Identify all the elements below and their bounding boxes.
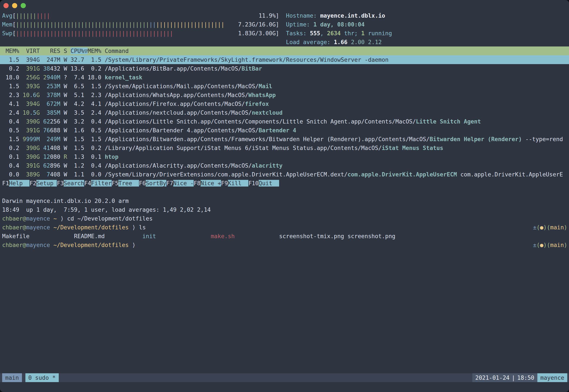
- process-row[interactable]: 0.5 391G 76688 W 1.6 0.5 /Applications/B…: [0, 126, 569, 135]
- fkey-label-f4[interactable]: Filter: [91, 180, 112, 186]
- git-status-indicator: ±(●)(main): [533, 240, 567, 249]
- process-row[interactable]: 0.2 391G 38432 W 13.6 0.2 /Applications/…: [0, 64, 569, 73]
- close-button[interactable]: [3, 3, 9, 8]
- fkey-label-f10[interactable]: Quit: [259, 180, 279, 186]
- sort-column-cpu[interactable]: CPU%▽: [71, 48, 88, 54]
- process-row[interactable]: 2.4 10.5G 385M W 3.5 2.4 /Applications/n…: [0, 108, 569, 117]
- fkey-f9[interactable]: F9: [221, 180, 228, 186]
- process-row[interactable]: 2.3 10.6G 378M W 5.1 2.3 /Applications/W…: [0, 91, 569, 99]
- tmux-status-bar: main 0 sudo * 2021-01-24|18:50 mayence: [0, 373, 569, 382]
- terminal-window: Avg[|||||||||| 11.9%] Hostname: mayence.…: [0, 0, 569, 392]
- fkey-label-f1[interactable]: Help: [9, 180, 29, 186]
- fkey-label-f5[interactable]: Tree: [118, 180, 139, 186]
- meter-bars-green: ||||||: [16, 12, 36, 19]
- ls-item: Makefile: [2, 233, 29, 239]
- process-row[interactable]: 4.1 394G 672M W 4.2 4.1 /Applications/Fi…: [0, 99, 569, 108]
- process-row[interactable]: 0.0 389G 7408 W 1.1 0.0 /System/Library/…: [0, 170, 569, 179]
- prompt-line-cd: chbaer@mayence ~ ⟩ cd ~/Development/dotf…: [0, 214, 569, 223]
- fkey-label-f9[interactable]: Kill: [228, 180, 248, 186]
- fkey-f1[interactable]: F1: [2, 180, 9, 186]
- tmux-host-badge: mayence: [537, 373, 567, 382]
- tmux-time: 18:50: [517, 374, 534, 381]
- tmux-date: 2021-01-24: [475, 374, 510, 381]
- tmux-separator: |: [512, 374, 515, 381]
- function-key-bar: F1Help F2Setup F3SearchF4FilterF5Tree F6…: [0, 179, 569, 188]
- process-row[interactable]: 1.5 9999M 249M W 1.5 1.5 /Applications/B…: [0, 135, 569, 143]
- fkey-label-f6[interactable]: SortBy: [146, 180, 166, 186]
- process-row[interactable]: 18.0 256G 2940M ? 7.4 18.0 kernel_task: [0, 73, 569, 82]
- process-row[interactable]: 1.5 393G 253M W 6.5 1.5 /System/Applicat…: [0, 82, 569, 91]
- ls-item: make.sh: [211, 233, 235, 239]
- fkey-label-f3[interactable]: Search: [64, 180, 84, 186]
- process-row[interactable]: 0.4 391G 62896 W 1.2 0.4 /Applications/A…: [0, 161, 569, 170]
- fkey-f7[interactable]: F7: [166, 180, 173, 186]
- fkey-f6[interactable]: F6: [139, 180, 146, 186]
- mem-meter: Mem[||||||||||||||||||||||||||||||||||||…: [0, 20, 569, 29]
- tmux-window-badge[interactable]: 0 sudo *: [25, 373, 59, 382]
- uptime-output: 18:49 up 1 day, 7:59, 1 user, load avera…: [0, 205, 569, 214]
- meter-bars-red: ||||: [36, 12, 50, 19]
- swp-meter: Swp[||||||||||||||||||||||||||||||||||||…: [0, 29, 569, 38]
- ls-item: init: [142, 233, 156, 239]
- titlebar: [0, 0, 569, 11]
- ls-item: README.md: [74, 233, 105, 239]
- fkey-label-f2[interactable]: Setup: [36, 180, 57, 186]
- load-average-line: Load average: 1.66 2.00 2.12: [0, 38, 569, 46]
- meter-bars-yellow: ||||||||||||||||||||: [156, 21, 225, 28]
- tmux-date-time: 2021-01-24|18:50: [472, 373, 537, 382]
- fkey-f2[interactable]: F2: [29, 180, 36, 186]
- fkey-f8[interactable]: F8: [194, 180, 200, 186]
- process-row[interactable]: 0.2 390G 41408 W 1.5 0.2 /Library/Applic…: [0, 143, 569, 152]
- minimize-button[interactable]: [12, 3, 17, 8]
- fkey-label-f7[interactable]: Nice -: [173, 180, 194, 186]
- process-row[interactable]: 0.4 390G 62256 W 3.2 0.4 /Applications/L…: [0, 117, 569, 126]
- terminal-content: Avg[|||||||||| 11.9%] Hostname: mayence.…: [0, 11, 569, 249]
- process-row-selected[interactable]: 1.5 394G 247M W 32.7 1.5 /System/Library…: [0, 55, 569, 64]
- prompt-line-ls: chbaer@mayence ~/Development/dotfiles ⟩ …: [0, 223, 569, 232]
- meter-bars-green: |||||||||||||||||||||||||||||||||||||||: [16, 21, 149, 28]
- git-status-indicator: ±(●)(main): [533, 223, 567, 232]
- fkey-f3[interactable]: F3: [57, 180, 64, 186]
- fkey-label-f8[interactable]: Nice +: [200, 180, 221, 186]
- blank-line: [0, 188, 569, 196]
- process-table-header[interactable]: MEM% VIRT RES S CPU%▽MEM% Command: [0, 46, 569, 55]
- fkey-f4[interactable]: F4: [84, 180, 91, 186]
- zoom-button[interactable]: [21, 3, 26, 8]
- fkey-f10[interactable]: F10: [248, 180, 259, 186]
- meter-bars-blue: ||: [149, 21, 156, 28]
- tmux-session-badge[interactable]: main: [2, 373, 22, 382]
- avg-meter: Avg[|||||||||| 11.9%] Hostname: mayence.…: [0, 11, 569, 20]
- uname-output: Darwin mayence.int.dblx.io 20.2.0 arm: [0, 196, 569, 205]
- prompt-line-empty: chbaer@mayence ~/Development/dotfiles ⟩ …: [0, 240, 569, 249]
- meter-bars-red: ||||||||||||||||||||||||||||||||||||||||…: [16, 30, 173, 37]
- fkey-f5[interactable]: F5: [112, 180, 119, 186]
- ls-output: Makefile README.md init make.sh screensh…: [0, 232, 569, 240]
- ls-item: screenshot-tmix.png screenshot.png: [279, 233, 395, 239]
- process-row[interactable]: 0.1 390G 12080 R 1.3 0.1 htop: [0, 152, 569, 161]
